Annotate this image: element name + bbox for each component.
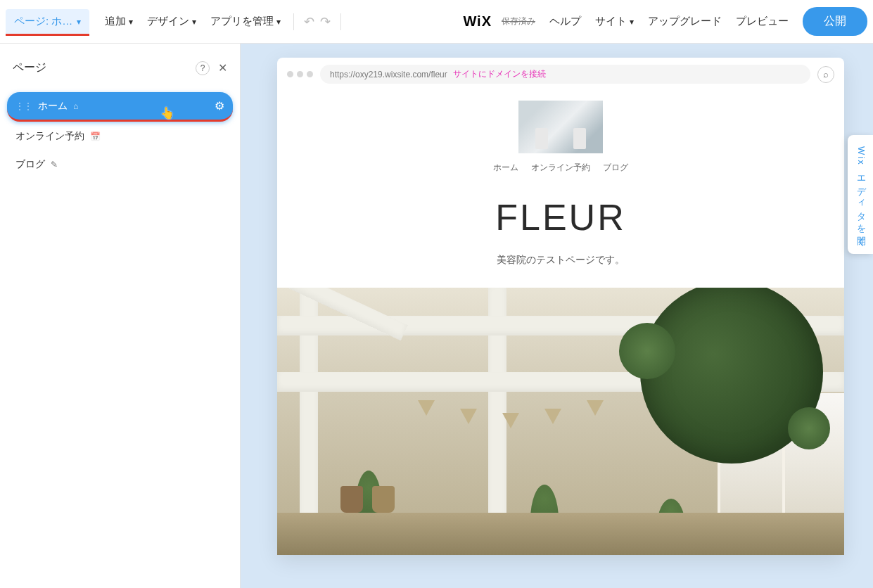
search-icon[interactable]: ⌕ — [817, 66, 834, 83]
editor-canvas[interactable]: https://oxy219.wixsite.com/fleur サイトにドメイ… — [241, 44, 873, 588]
menu-design[interactable]: デザイン ▾ — [140, 9, 203, 34]
page-item-label: オンライン予約 — [15, 130, 84, 143]
chevron-down-icon: ▾ — [129, 17, 133, 27]
nav-home[interactable]: ホーム — [493, 162, 518, 174]
menu-design-label: デザイン — [147, 15, 189, 28]
window-dot — [287, 71, 293, 77]
blog-icon: ✎ — [51, 160, 58, 170]
site-preview-frame: https://oxy219.wixsite.com/fleur サイトにドメイ… — [277, 58, 844, 555]
page-selector[interactable]: ページ: ホ… ▾ — [6, 9, 89, 36]
redo-icon[interactable]: ↷ — [320, 14, 331, 30]
menu-help-label: ヘルプ — [549, 15, 581, 28]
page-item-home[interactable]: ⋮⋮ ホーム ⌂ ⚙ 👆 — [7, 92, 233, 122]
menu-add[interactable]: 追加 ▾ — [98, 9, 140, 34]
drag-handle-icon[interactable]: ⋮⋮ — [15, 101, 32, 111]
site-subtitle: 美容院のテストページです。 — [277, 254, 844, 267]
undo-redo-group: ↶ ↷ — [300, 14, 335, 30]
undo-icon[interactable]: ↶ — [304, 14, 314, 30]
frame-topbar: https://oxy219.wixsite.com/fleur サイトにドメイ… — [277, 58, 844, 91]
connect-domain-link[interactable]: サイトにドメインを接続 — [453, 68, 546, 80]
header-image — [518, 101, 603, 153]
menu-manage-apps[interactable]: アプリを管理 ▾ — [203, 9, 288, 34]
page-item-blog[interactable]: ブログ ✎ — [7, 151, 233, 178]
menu-site[interactable]: サイト ▾ — [588, 9, 641, 34]
toolbar-divider — [340, 13, 341, 30]
close-icon[interactable]: ✕ — [218, 61, 227, 75]
menu-site-label: サイト — [595, 15, 627, 28]
window-dot — [297, 71, 303, 77]
chevron-down-icon: ▾ — [77, 17, 81, 27]
site-preview-content[interactable]: ホーム オンライン予約 ブログ FLEUR 美容院のテストページです。 — [277, 101, 844, 555]
toolbar-divider — [293, 13, 294, 30]
cursor-icon: 👆 — [160, 106, 174, 120]
menu-help[interactable]: ヘルプ — [542, 9, 588, 34]
menu-preview[interactable]: プレビュー — [729, 9, 796, 34]
window-controls — [287, 71, 313, 77]
page-list: ⋮⋮ ホーム ⌂ ⚙ 👆 オンライン予約 📅 ブログ ✎ — [0, 88, 240, 184]
page-item-label: ブログ — [15, 158, 45, 171]
window-dot — [307, 71, 313, 77]
chevron-down-icon: ▾ — [630, 17, 634, 27]
wix-logo: WiX — [463, 13, 492, 30]
pages-panel-title: ページ — [13, 60, 46, 75]
gear-icon[interactable]: ⚙ — [215, 99, 224, 113]
menu-manage-apps-label: アプリを管理 — [210, 15, 274, 28]
pages-panel: ページ ? ✕ ⋮⋮ ホーム ⌂ ⚙ 👆 オンライン予約 📅 ブログ ✎ — [0, 44, 241, 588]
top-toolbar: ページ: ホ… ▾ 追加 ▾ デザイン ▾ アプリを管理 ▾ ↶ ↷ WiX 保… — [0, 0, 873, 44]
nav-blog[interactable]: ブログ — [603, 162, 628, 174]
hero-image — [277, 288, 844, 555]
page-selector-label: ページ: ホ… — [14, 15, 72, 28]
pages-panel-header: ページ ? ✕ — [0, 60, 240, 88]
site-nav: ホーム オンライン予約 ブログ — [277, 162, 844, 174]
page-item-booking[interactable]: オンライン予約 📅 — [7, 123, 233, 150]
publish-button[interactable]: 公開 — [803, 7, 867, 36]
calendar-icon: 📅 — [90, 132, 101, 141]
site-title: FLEUR — [277, 196, 844, 238]
publish-button-label: 公開 — [824, 15, 846, 27]
menu-upgrade-label: アップグレード — [648, 15, 722, 28]
help-icon[interactable]: ? — [196, 61, 210, 75]
menu-upgrade[interactable]: アップグレード — [641, 9, 729, 34]
open-wix-editor-label: Wix エディタを開く — [856, 146, 867, 243]
menu-preview-label: プレビュー — [736, 15, 789, 28]
home-icon: ⌂ — [73, 101, 78, 111]
page-item-label: ホーム — [38, 100, 68, 113]
site-url: https://oxy219.wixsite.com/fleur — [330, 70, 447, 79]
open-wix-editor-tab[interactable]: Wix エディタを開く — [848, 135, 873, 254]
chevron-down-icon: ▾ — [276, 17, 281, 27]
chevron-down-icon: ▾ — [192, 17, 196, 27]
menu-add-label: 追加 — [105, 15, 126, 28]
nav-booking[interactable]: オンライン予約 — [531, 162, 590, 174]
address-bar[interactable]: https://oxy219.wixsite.com/fleur サイトにドメイ… — [320, 65, 810, 84]
save-status: 保存済み — [502, 15, 535, 27]
